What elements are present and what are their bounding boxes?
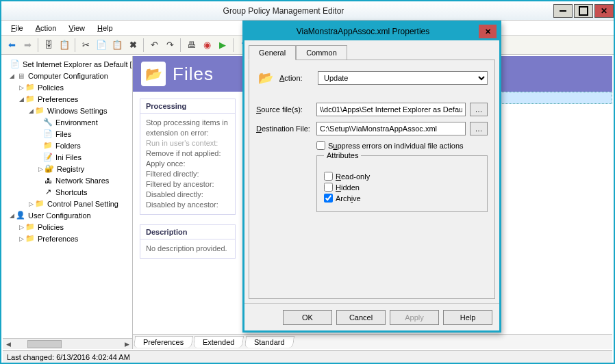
dialog-tab-common[interactable]: Common (296, 45, 347, 60)
forward-button[interactable]: ➡ (20, 38, 35, 53)
hidden-label: Hidden (336, 183, 360, 192)
status-bar: Last changed: 6/13/2016 4:02:44 AM (3, 350, 612, 363)
menu-action[interactable]: Action (30, 22, 62, 34)
tree-computer-config[interactable]: ◢🖥Computer Configuration (3, 70, 132, 81)
archive-checkbox[interactable] (324, 194, 333, 203)
action-icon: 📂 (256, 68, 275, 88)
dialog-actions: OK Cancel Apply Help (244, 303, 499, 330)
proc-line-3: Remove if not applied: (146, 148, 229, 159)
bottom-tabs: Preferences Extended Standard (133, 334, 612, 349)
proc-line-2: Run in user's context: (146, 138, 229, 148)
dialog-title: ViaMonstraAppAssoc.xml Properties (247, 27, 479, 36)
proc-line-1: Stop processing items in extension on er… (146, 118, 229, 138)
files-header-title: Files (173, 64, 214, 85)
copy-icon[interactable]: 📄 (94, 38, 109, 53)
readonly-label: Read-only (336, 172, 370, 181)
dialog-title-bar: ViaMonstraAppAssoc.xml Properties ✕ (244, 23, 499, 40)
tree-registry[interactable]: ▷🔐Registry (3, 163, 132, 174)
tree-horizontal-scrollbar[interactable]: ◀▶ (3, 338, 132, 349)
tab-extended[interactable]: Extended (193, 336, 244, 348)
source-label: Source file(s): (256, 105, 312, 114)
suppress-label: Suppress errors on individual file actio… (328, 142, 464, 150)
title-bar: Group Policy Management Editor (1, 1, 614, 21)
tree-user-prefs[interactable]: ▷📁Preferences (3, 233, 132, 244)
destination-input[interactable] (316, 122, 466, 135)
destination-label: Destination File: (256, 125, 312, 133)
status-text: Last changed: 6/13/2016 4:02:44 AM (7, 353, 130, 361)
tree-control-panel[interactable]: ▷📁Control Panel Setting (3, 198, 132, 209)
tree-policies[interactable]: ▷📁Policies (3, 81, 132, 93)
tree-root[interactable]: 📄Set Internet Explorer as Default [ (3, 58, 132, 70)
files-header-icon: 📂 (141, 62, 166, 86)
processing-heading: Processing (140, 99, 235, 114)
refresh-icon[interactable]: 🗄 (41, 38, 56, 53)
description-heading: Description (140, 225, 235, 239)
proc-line-7: Disabled directly: (146, 190, 229, 200)
action-label: Action: (279, 74, 314, 82)
tree-network-shares[interactable]: 🖧Network Shares (3, 174, 132, 186)
cut-icon[interactable]: ✂ (78, 38, 93, 53)
tree-shortcuts[interactable]: ↗Shortcuts (3, 186, 132, 198)
ok-button[interactable]: OK (283, 310, 332, 325)
tree-environment[interactable]: 🔧Environment (3, 116, 132, 128)
menu-file[interactable]: File (5, 22, 29, 34)
go-icon[interactable]: ▶ (215, 38, 230, 53)
delete-icon[interactable]: ✖ (125, 38, 140, 53)
proc-line-8: Disabled by ancestor: (146, 200, 229, 210)
maximize-button[interactable] (574, 4, 593, 18)
apply-button[interactable]: Apply (390, 310, 439, 325)
proc-line-6: Filtered by ancestor: (146, 179, 229, 190)
redo-icon[interactable]: ↷ (162, 38, 177, 53)
attributes-legend: Attributes (324, 151, 361, 159)
tree-pane: 📄Set Internet Explorer as Default [ ◢🖥Co… (3, 56, 133, 349)
tree-files[interactable]: 📄Files (3, 128, 132, 140)
menu-view[interactable]: View (63, 22, 90, 34)
tree-folders[interactable]: 📁Folders (3, 140, 132, 151)
tab-preferences[interactable]: Preferences (134, 336, 194, 348)
close-window-button[interactable] (594, 4, 614, 18)
dialog-tab-general[interactable]: General (249, 45, 296, 60)
source-input[interactable] (316, 103, 466, 116)
tree-user-policies[interactable]: ▷📁Policies (3, 221, 132, 233)
destination-browse-button[interactable]: … (470, 122, 488, 135)
menu-help[interactable]: Help (92, 22, 118, 34)
back-button[interactable]: ⬅ (4, 38, 19, 53)
help-button[interactable]: Help (443, 310, 492, 325)
minimize-button[interactable] (553, 4, 573, 18)
properties-dialog: ViaMonstraAppAssoc.xml Properties ✕ Gene… (242, 21, 501, 333)
stop-icon[interactable]: ◉ (199, 38, 214, 53)
print-icon[interactable]: 🖶 (184, 38, 199, 53)
tree-windows-settings[interactable]: ◢📁Windows Settings (3, 105, 132, 116)
undo-icon[interactable]: ↶ (147, 38, 162, 53)
archive-label: Archive (336, 194, 361, 203)
readonly-checkbox[interactable] (324, 172, 333, 181)
proc-line-5: Filtered directly: (146, 169, 229, 179)
cancel-button[interactable]: Cancel (336, 310, 386, 325)
action-select[interactable]: Update (318, 71, 488, 85)
tab-standard[interactable]: Standard (244, 336, 294, 348)
dialog-close-button[interactable]: ✕ (479, 25, 497, 38)
window-title: Group Policy Management Editor (15, 6, 552, 16)
description-panel: Description No description provided. (140, 224, 236, 259)
proc-line-4: Apply once: (146, 159, 229, 169)
source-browse-button[interactable]: … (470, 103, 488, 116)
tree-preferences[interactable]: ◢📁Preferences (3, 93, 132, 105)
attributes-fieldset: Attributes Read-only Hidden Archive (316, 155, 488, 212)
description-body: No description provided. (140, 239, 235, 258)
tree-user-config[interactable]: ◢👤User Configuration (3, 209, 132, 221)
processing-panel: Processing Stop processing items in exte… (140, 99, 236, 215)
tree-ini-files[interactable]: 📝Ini Files (3, 151, 132, 163)
hidden-checkbox[interactable] (324, 183, 333, 192)
paste-icon[interactable]: 📋 (110, 38, 125, 53)
list-icon[interactable]: 📋 (57, 38, 72, 53)
suppress-checkbox[interactable] (316, 141, 325, 150)
